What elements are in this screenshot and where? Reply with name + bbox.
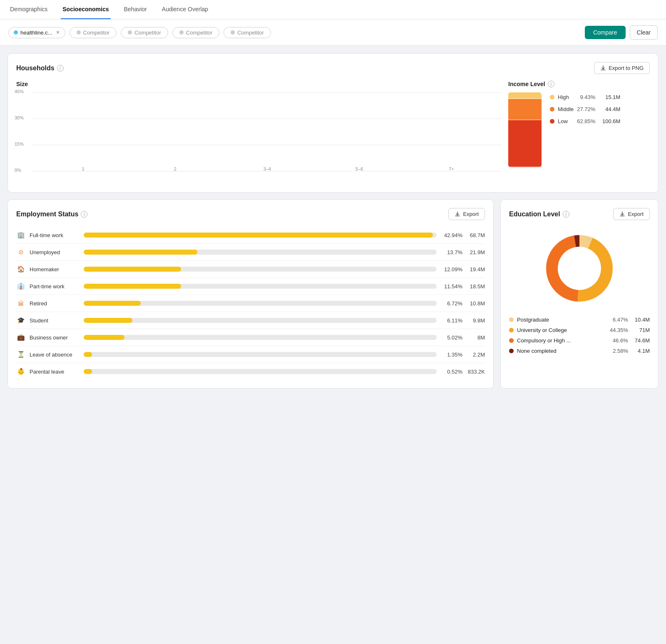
education-export-button[interactable]: Export <box>613 208 650 220</box>
export-icon <box>600 65 606 71</box>
emp-label-Leave of absence: Leave of absence <box>30 352 80 358</box>
income-dot-middle <box>550 107 554 111</box>
site-label: healthline.c... <box>20 30 52 36</box>
size-title: Size <box>16 81 502 87</box>
income-info-icon[interactable]: i <box>548 81 554 87</box>
income-section: Income Level i High 9.43% 15.1M Middle 2… <box>508 81 650 184</box>
competitor-chip-2[interactable]: Competitor <box>121 27 168 38</box>
employment-info-icon[interactable]: i <box>81 211 87 218</box>
emp-bar-bg-Retired <box>84 301 437 306</box>
competitor-label-4: Competitor <box>237 30 264 36</box>
edu-legend-row-university-or-college: University or College 44.35% 71M <box>509 327 650 333</box>
competitor-label-3: Competitor <box>186 30 213 36</box>
edu-dot <box>509 328 514 332</box>
competitor-chip-1[interactable]: Competitor <box>70 27 117 38</box>
emp-bar-bg-Homemaker <box>84 267 437 272</box>
employment-export-button[interactable]: Export <box>448 208 485 220</box>
edu-val: 10.4M <box>635 317 650 323</box>
employment-header: Employment Status i Export <box>16 208 485 220</box>
emp-bar-bg-Full-time work <box>84 233 437 238</box>
emp-bar-bg-Student <box>84 318 437 323</box>
edu-label: University or College <box>517 327 606 333</box>
income-label-high: High <box>558 94 577 100</box>
nav-behavior[interactable]: Behavior <box>122 0 149 19</box>
income-title: Income Level i <box>508 81 650 87</box>
export-png-button[interactable]: Export to PNG <box>594 62 650 74</box>
close-icon[interactable]: ✕ <box>56 30 60 35</box>
emp-bar-fill-Leave of absence <box>84 352 92 357</box>
emp-icon-Full-time work: 🏢 <box>16 230 25 240</box>
comp-dot-2 <box>128 30 132 35</box>
income-segment-middle <box>508 99 542 120</box>
emp-row-retired: 🏛 Retired 6.72% 10.8M <box>16 295 485 312</box>
comp-dot-3 <box>179 30 184 35</box>
nav-socioeconomics[interactable]: Socioeconomics <box>61 0 110 19</box>
emp-bar-fill-Full-time work <box>84 233 433 238</box>
emp-label-Homemaker: Homemaker <box>30 266 80 272</box>
clear-button[interactable]: Clear <box>630 25 658 40</box>
comp-dot-4 <box>231 30 235 35</box>
competitor-label-2: Competitor <box>134 30 161 36</box>
emp-icon-Student: 🎓 <box>16 316 25 325</box>
emp-row-full-time-work: 🏢 Full-time work 42.94% 68.7M <box>16 227 485 244</box>
bottom-row: Employment Status i Export 🏢 Full-time w… <box>7 199 659 389</box>
households-card: Households i Export to PNG Size 45% 30% … <box>7 53 659 193</box>
edu-dot <box>509 349 514 353</box>
income-dot-low <box>550 119 554 124</box>
bar-group-1: 1 <box>37 164 129 171</box>
edu-legend-row-none-completed: None completed 2.58% 4.1M <box>509 348 650 354</box>
edu-val: 71M <box>635 327 650 333</box>
edu-dot <box>509 338 514 343</box>
households-info-icon[interactable]: i <box>57 65 64 72</box>
households-header: Households i Export to PNG <box>16 62 650 74</box>
edu-val: 74.6M <box>635 337 650 344</box>
income-pct-high: 9.43% <box>580 94 596 100</box>
emp-label-Part-time work: Part-time work <box>30 283 80 290</box>
education-info-icon[interactable]: i <box>563 211 569 218</box>
donut-chart-wrap <box>509 227 650 310</box>
bar-label-1: 1 <box>82 166 84 171</box>
edu-val: 4.1M <box>635 348 650 354</box>
emp-val-Part-time work: 18.5M <box>467 283 485 290</box>
edu-pct: 46.6% <box>613 337 628 344</box>
edu-legend-row-compulsory-or-high-...: Compulsory or High ... 46.6% 74.6M <box>509 337 650 344</box>
emp-icon-Business owner: 💼 <box>16 333 25 342</box>
education-title: Education Level i <box>509 211 569 218</box>
emp-row-leave-of-absence: ⏳ Leave of absence 1.35% 2.2M <box>16 346 485 363</box>
emp-bar-fill-Part-time work <box>84 284 181 289</box>
emp-bar-bg-Leave of absence <box>84 352 437 357</box>
nav-audience-overlap[interactable]: Audience Overlap <box>160 0 210 19</box>
income-val-low: 100.6M <box>602 118 620 124</box>
size-bar-wrap: 45% 30% 15% 0% 1 2 3–4 5–6 <box>16 92 502 184</box>
emp-icon-Leave of absence: ⏳ <box>16 350 25 359</box>
site-chip[interactable]: healthline.c... ✕ <box>8 27 65 38</box>
emp-bar-fill-Retired <box>84 301 141 306</box>
emp-icon-Part-time work: 👔 <box>16 282 25 291</box>
bars-area: 1 2 3–4 5–6 7+ <box>33 92 502 171</box>
emp-pct-Unemployed: 13.7% <box>441 249 462 255</box>
emp-pct-Part-time work: 11.54% <box>441 283 462 290</box>
competitor-label-1: Competitor <box>83 30 110 36</box>
nav-demographics[interactable]: Demographics <box>8 0 49 19</box>
emp-label-Retired: Retired <box>30 300 80 307</box>
compare-button[interactable]: Compare <box>585 26 626 39</box>
bar-group-2: 2 <box>129 164 221 171</box>
emp-bar-bg-Business owner <box>84 335 437 340</box>
competitor-chip-3[interactable]: Competitor <box>172 27 220 38</box>
bar-group-5–6: 5–6 <box>313 164 405 171</box>
bar-label-5–6: 5–6 <box>355 166 363 171</box>
emp-pct-Business owner: 5.02% <box>441 334 462 341</box>
income-label-middle: Middle <box>558 106 574 112</box>
income-stacked-bar <box>508 92 542 167</box>
bar-label-7+: 7+ <box>449 166 454 171</box>
emp-val-Student: 9.8M <box>467 317 485 324</box>
income-label-low: Low <box>558 118 574 124</box>
edu-label: Compulsory or High ... <box>517 337 609 344</box>
donut-chart <box>538 227 621 310</box>
emp-val-Leave of absence: 2.2M <box>467 352 485 358</box>
emp-bar-fill-Parental leave <box>84 369 92 374</box>
emp-row-homemaker: 🏠 Homemaker 12.09% 19.4M <box>16 261 485 278</box>
donut-segment-Compulsory or High ... <box>546 235 578 302</box>
employment-card: Employment Status i Export 🏢 Full-time w… <box>7 199 494 389</box>
competitor-chip-4[interactable]: Competitor <box>224 27 271 38</box>
